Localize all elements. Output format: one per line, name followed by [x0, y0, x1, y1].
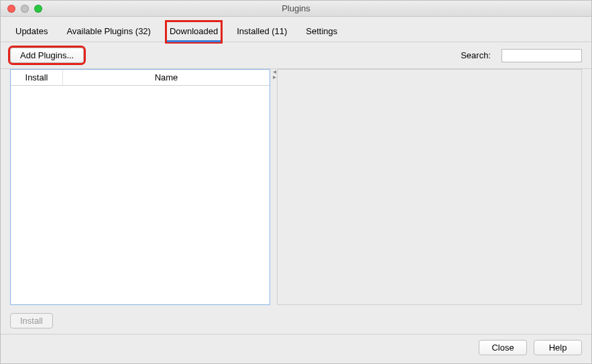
tab-updates[interactable]: Updates [13, 22, 50, 42]
close-button[interactable]: Close [479, 340, 527, 355]
plugin-table-pane: Install Name [10, 69, 270, 305]
table-header: Install Name [11, 70, 270, 86]
splitter-handle[interactable]: ◂ ▸ [270, 69, 277, 305]
window-minimize-icon[interactable] [21, 5, 29, 13]
install-button: Install [10, 313, 53, 328]
chevron-right-icon: ▸ [273, 74, 275, 80]
plugin-table: Install Name [10, 69, 270, 305]
add-plugins-button[interactable]: Add Plugins... [10, 48, 84, 63]
col-name[interactable]: Name [63, 70, 270, 85]
help-button[interactable]: Help [534, 340, 582, 355]
window-zoom-icon[interactable] [34, 5, 42, 13]
tab-bar: Updates Available Plugins (32) Downloade… [1, 17, 591, 42]
search-label: Search: [461, 50, 491, 60]
toolbar: Add Plugins... Search: [1, 42, 591, 69]
plugins-window: Plugins Updates Available Plugins (32) D… [0, 0, 592, 364]
install-row: Install [1, 309, 591, 334]
footer: Close Help [1, 334, 591, 363]
window-title: Plugins [1, 3, 591, 13]
window-controls [1, 5, 42, 13]
table-body[interactable] [11, 86, 270, 304]
titlebar: Plugins [1, 1, 591, 17]
col-install[interactable]: Install [11, 70, 63, 85]
search-input[interactable] [501, 49, 582, 62]
tab-available[interactable]: Available Plugins (32) [64, 22, 154, 42]
detail-pane [277, 69, 582, 305]
tab-downloaded[interactable]: Downloaded [167, 22, 221, 42]
window-close-icon[interactable] [7, 5, 15, 13]
tab-settings[interactable]: Settings [303, 22, 340, 42]
tab-installed[interactable]: Installed (11) [234, 22, 290, 42]
content-area: Install Name ◂ ▸ [1, 69, 591, 309]
